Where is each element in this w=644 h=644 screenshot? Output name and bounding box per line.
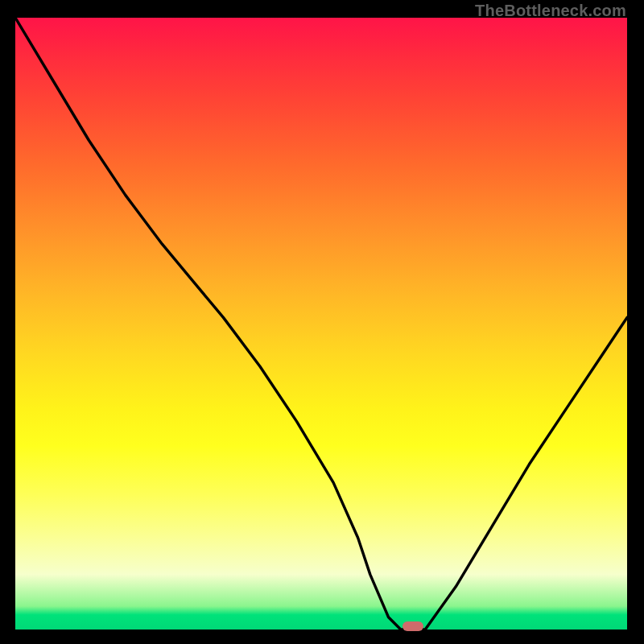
chart-stage: TheBottleneck.com: [0, 0, 644, 644]
bottleneck-curve: [15, 18, 627, 630]
optimal-marker: [402, 621, 423, 631]
chart-plot-area: [15, 18, 627, 630]
chart-curve-layer: [15, 18, 627, 630]
